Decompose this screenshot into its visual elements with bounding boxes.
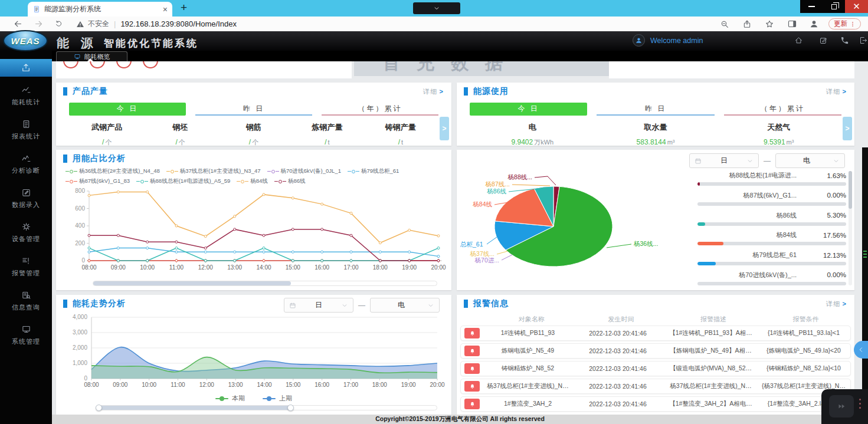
bookmark-star-icon[interactable] bbox=[765, 19, 774, 29]
svg-text:200: 200 bbox=[75, 240, 85, 246]
alarm-bell-icon[interactable] bbox=[464, 381, 480, 392]
alarm-bell-icon[interactable] bbox=[464, 346, 480, 356]
sidebar-item-data-entry[interactable]: 数据录入 bbox=[0, 184, 52, 217]
datazoom-handle-right[interactable] bbox=[287, 405, 294, 411]
collapse-panel-button[interactable] bbox=[854, 341, 868, 359]
svg-text:14:00: 14:00 bbox=[256, 264, 271, 271]
detail-link[interactable]: 详细> bbox=[826, 300, 847, 308]
legend-item[interactable]: 杨87线(6kV)_G1_83 bbox=[65, 178, 130, 185]
energy-type-select[interactable]: 电 bbox=[775, 153, 845, 168]
calendar-icon bbox=[695, 157, 702, 165]
legend-item[interactable]: 杨37线总柜(1#主变进线)_N3_47 bbox=[166, 167, 261, 175]
sidebar-item-active[interactable] bbox=[0, 59, 52, 77]
alarm-time: 2022-12-03 20:41:46 bbox=[574, 383, 662, 390]
alarm-row[interactable]: 炼钢电弧炉_N5_492022-12-03 20:41:46【炼钢电弧炉_N5_… bbox=[460, 343, 851, 359]
back-icon[interactable] bbox=[13, 19, 23, 29]
screen: 能源监测分析系统 × + ✕ 不安全 | 192.168.18.239:8080… bbox=[0, 0, 868, 424]
legend-item[interactable]: 杨79线总柜_61 bbox=[348, 167, 399, 175]
stat-tab[interactable]: 昨 日 bbox=[195, 103, 312, 116]
next-page-button[interactable]: > bbox=[440, 117, 449, 140]
sidebar-item-label: 信息查询 bbox=[12, 304, 40, 311]
detail-link[interactable]: 详细> bbox=[423, 87, 444, 96]
legend-item[interactable]: 杨88线总柜(1#电源进线)_A5_59 bbox=[136, 178, 230, 185]
mini-player-widget[interactable] bbox=[821, 389, 868, 424]
alarm-bell-icon[interactable] bbox=[464, 399, 480, 409]
period-select[interactable]: 日 bbox=[284, 298, 353, 313]
menu-dots-icon[interactable] bbox=[850, 21, 856, 28]
update-button[interactable]: 更新 bbox=[828, 18, 861, 29]
stat-tab[interactable]: （年）累计 bbox=[724, 103, 841, 116]
svg-text:19:00: 19:00 bbox=[402, 264, 417, 271]
datazoom-handle-left[interactable] bbox=[96, 405, 102, 411]
stat-tab[interactable]: 今 日 bbox=[69, 103, 186, 116]
svg-text:17:00: 17:00 bbox=[343, 382, 358, 388]
logout-icon[interactable] bbox=[859, 36, 868, 45]
svg-text:杨86线: 杨86线 bbox=[486, 188, 506, 195]
new-tab-button[interactable]: + bbox=[181, 1, 187, 14]
legend-item[interactable]: 杨84线 bbox=[237, 178, 268, 185]
stat-tab[interactable]: 昨 日 bbox=[597, 103, 714, 116]
window-close-button[interactable]: ✕ bbox=[845, 0, 868, 13]
ranking-item[interactable]: 杨86线5.30% bbox=[697, 211, 846, 226]
clipped-banner-text: 首充数据 bbox=[382, 61, 519, 75]
sidebar-item-alarm-mgmt[interactable]: 报警管理 bbox=[0, 252, 52, 285]
trend-datazoom-slider[interactable] bbox=[97, 405, 437, 410]
side-panel-icon[interactable] bbox=[787, 19, 797, 29]
sidebar-item-energy-stats[interactable]: 能耗统计 bbox=[0, 81, 52, 114]
alarm-row[interactable]: 1#连铸机_PB11_932022-12-03 20:41:46【1#连铸机_P… bbox=[460, 326, 851, 341]
ranking-item[interactable]: 杨79线总柜_6112.13% bbox=[697, 251, 846, 265]
alarm-row[interactable]: 铸钢精炼炉_N8_522022-12-03 20:41:46【锻造电弧炉(MVA… bbox=[460, 361, 851, 376]
sidebar-item-report-stats[interactable]: 报表统计 bbox=[0, 116, 52, 149]
ranking-scrollbar[interactable] bbox=[849, 171, 852, 285]
detail-link[interactable]: 详细> bbox=[826, 87, 847, 96]
legend-item[interactable]: 本期 bbox=[215, 394, 245, 403]
line-chart-datazoom-slider[interactable] bbox=[93, 281, 437, 286]
home-icon[interactable] bbox=[794, 36, 803, 45]
alarm-row[interactable]: 杨37线总柜(1#主变进线)_N…2022-12-03 20:41:46杨37线… bbox=[460, 379, 851, 394]
tab-dropdown-button[interactable] bbox=[413, 2, 460, 14]
reload-icon[interactable] bbox=[54, 19, 63, 28]
period-select[interactable]: 日 bbox=[689, 153, 759, 168]
edit-icon[interactable] bbox=[819, 36, 828, 45]
play-video-icon[interactable] bbox=[829, 395, 854, 418]
svg-text:800: 800 bbox=[75, 188, 85, 194]
user-avatar[interactable] bbox=[633, 34, 645, 47]
legend-item[interactable]: 杨86线 bbox=[274, 178, 306, 185]
chevron-down-icon bbox=[746, 157, 754, 165]
sidebar-item-device-mgmt[interactable]: 设备管理 bbox=[0, 218, 52, 251]
security-label[interactable]: 不安全 bbox=[88, 19, 109, 29]
ranking-item[interactable]: 杨88线总柜(1#电源进...1.63% bbox=[697, 171, 846, 186]
alarm-bell-icon[interactable] bbox=[464, 328, 480, 338]
address-url[interactable]: 192.168.18.239:8080/Home/Index bbox=[120, 19, 237, 28]
alarm-row[interactable]: 1#整流变_3AH_22022-12-03 20:41:46【1#整流变_3AH… bbox=[460, 396, 851, 412]
legend-item[interactable]: 上期 bbox=[263, 394, 292, 403]
ranking-item[interactable]: 杨70进线6kV(备)_...0.00% bbox=[697, 271, 846, 285]
legend-item[interactable]: 杨36线总柜(2#主变进线)_N4_48 bbox=[65, 167, 160, 175]
profile-icon[interactable] bbox=[809, 19, 819, 29]
alarm-description: 【1#连铸机_PB11_93】A相… bbox=[662, 329, 759, 337]
phone-icon[interactable] bbox=[840, 36, 849, 45]
sidebar-item-system-mgmt[interactable]: 系统管理 bbox=[0, 321, 52, 354]
stat-tab[interactable]: （年）累计 bbox=[322, 103, 438, 116]
forward-icon[interactable] bbox=[34, 19, 44, 29]
alarm-bell-icon[interactable] bbox=[464, 363, 480, 374]
window-restore-button[interactable] bbox=[823, 0, 845, 13]
stat-tab[interactable]: 今 日 bbox=[470, 103, 587, 116]
energy-type-select[interactable]: 电 bbox=[370, 298, 440, 313]
browser-tab[interactable]: 能源监测分析系统 × bbox=[28, 2, 172, 17]
player-dots-icon[interactable] bbox=[859, 399, 861, 409]
zoom-out-icon[interactable] bbox=[720, 19, 729, 29]
tab-close-icon[interactable]: × bbox=[163, 5, 168, 14]
legend-item[interactable]: 杨70进线6kV(备)_0JL_1 bbox=[267, 167, 341, 175]
ranking-item[interactable]: 杨84线17.56% bbox=[697, 231, 846, 245]
stat-column: 铸钢产量/t bbox=[364, 122, 437, 147]
window-minimize-button[interactable] bbox=[800, 0, 823, 13]
sidebar-item-info-query[interactable]: 信息查询 bbox=[0, 287, 52, 320]
share-icon[interactable] bbox=[742, 19, 752, 29]
ranking-item[interactable]: 杨87线(6kV)_G1...0.00% bbox=[697, 191, 846, 206]
alarm-condition: {1#连铸机_PB11_93.Ia}<1 bbox=[759, 329, 848, 337]
sidebar-item-analysis[interactable]: 分析诊断 bbox=[0, 150, 52, 183]
next-page-button[interactable]: > bbox=[843, 117, 852, 140]
warning-icon[interactable] bbox=[76, 20, 84, 28]
sidebar: 能耗统计报表统计分析诊断数据录入设备管理报警管理信息查询系统管理 bbox=[0, 51, 52, 424]
